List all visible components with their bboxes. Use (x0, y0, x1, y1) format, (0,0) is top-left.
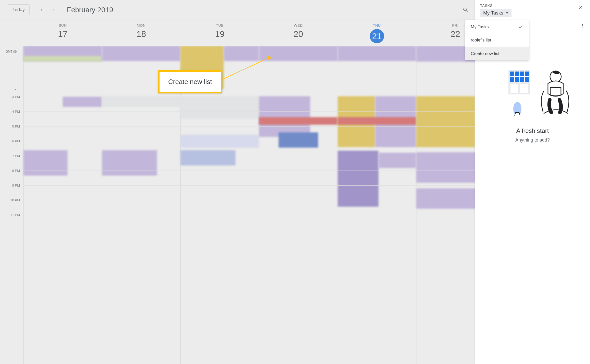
time-label: 9 PM (12, 184, 20, 187)
task-list-option[interactable]: My Tasks (465, 20, 529, 34)
create-new-list-label: Create new list (471, 51, 499, 56)
chevron-up-icon (13, 88, 18, 92)
svg-rect-13 (520, 84, 528, 93)
day-number: 17 (23, 29, 102, 39)
chevron-right-icon (51, 8, 55, 12)
task-list-picker-label: My Tasks (483, 10, 503, 16)
search-button[interactable] (460, 4, 472, 16)
time-label: 7 PM (12, 154, 20, 158)
day-number: 20 (259, 29, 337, 39)
next-week-button[interactable] (47, 4, 59, 16)
task-list-picker[interactable]: My Tasks (480, 9, 512, 17)
task-list-dropdown: My Tasksroblef's listCreate new list (465, 20, 529, 60)
create-new-list-option[interactable]: Create new list (465, 47, 529, 60)
time-label: 3 PM (12, 95, 20, 99)
time-label: 11 PM (10, 213, 20, 217)
time-label: 10 PM (10, 198, 20, 202)
collapse-allday-button[interactable] (12, 86, 19, 94)
timezone-label: GMT-09 (6, 50, 17, 53)
tasks-empty-title: A fresh start (475, 127, 590, 134)
check-icon (518, 24, 523, 30)
tasks-panel-header: TASKS My Tasks (475, 0, 590, 19)
annotation-dot (267, 56, 271, 60)
search-icon (463, 7, 469, 13)
close-icon (578, 5, 584, 10)
task-list-option-label: roblef's list (471, 38, 491, 43)
day-header-cell[interactable]: TUE19 (180, 23, 259, 43)
tasks-more-button[interactable] (579, 22, 586, 30)
day-abbr: SUN (23, 23, 102, 27)
task-list-option[interactable]: roblef's list (465, 34, 529, 47)
day-abbr: MON (102, 23, 180, 27)
close-panel-button[interactable] (577, 4, 585, 11)
today-button[interactable]: Today (8, 4, 30, 15)
time-label: 5 PM (12, 124, 20, 128)
day-abbr: THU (338, 23, 416, 27)
time-label: 6 PM (12, 139, 20, 143)
day-header-cell[interactable]: MON18 (102, 23, 180, 43)
day-header-cell[interactable]: SUN17 (23, 23, 102, 43)
prev-week-button[interactable] (36, 4, 47, 16)
more-vert-icon (580, 23, 585, 28)
annotation-callout: Create new list (158, 70, 222, 93)
time-label: 8 PM (12, 169, 20, 173)
day-number: 19 (180, 29, 259, 39)
day-header-cell[interactable]: WED20 (259, 23, 337, 43)
tasks-empty-subtitle: Anything to add? (475, 137, 590, 143)
day-abbr: WED (259, 23, 337, 27)
empty-tasks-illustration (496, 65, 570, 119)
svg-rect-15 (550, 88, 561, 95)
svg-point-3 (582, 24, 583, 25)
nav-arrows (36, 4, 59, 16)
month-title: February 2019 (67, 6, 113, 14)
time-label: 4 PM (12, 110, 20, 114)
day-number: 18 (102, 29, 180, 39)
tasks-panel-label: TASKS (480, 4, 512, 8)
svg-rect-12 (510, 84, 518, 93)
day-abbr: TUE (180, 23, 259, 27)
svg-point-4 (582, 25, 583, 26)
task-list-option-label: My Tasks (471, 24, 489, 30)
day-number: 21 (370, 29, 384, 43)
chevron-left-icon (40, 8, 44, 12)
svg-point-5 (582, 27, 583, 27)
day-header-cell[interactable]: THU21 (338, 23, 416, 43)
caret-down-icon (506, 12, 508, 14)
